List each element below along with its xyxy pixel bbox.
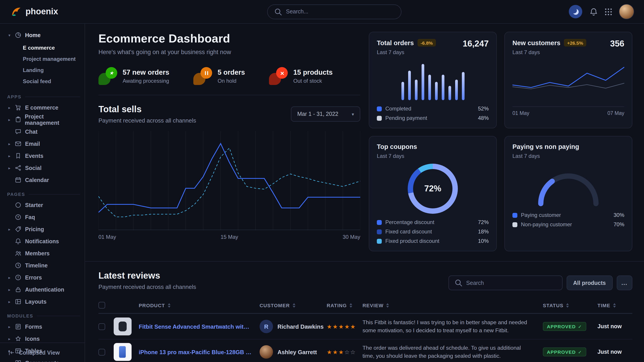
user-avatar[interactable] — [619, 4, 634, 19]
row-checkbox[interactable] — [98, 323, 105, 330]
reviews-controls: All products ... — [448, 276, 632, 290]
sort-icon — [613, 303, 616, 308]
coupons-legend: Percentage discount72%Fixed card discoun… — [377, 219, 489, 244]
sidebar-item-landing[interactable]: Landing — [5, 64, 80, 76]
search-icon — [274, 7, 282, 16]
phoenix-logo-icon — [10, 5, 22, 18]
global-search-input[interactable] — [286, 8, 395, 15]
sidebar-item-starter[interactable]: Starter — [5, 199, 80, 211]
all-products-button[interactable]: All products — [566, 276, 612, 290]
card-period: Last 7 days — [512, 49, 586, 55]
caret-right-icon: ▸ — [7, 142, 12, 146]
theme-toggle-button[interactable] — [569, 5, 582, 18]
main-content: Ecommerce Dashboard Here's what's going … — [85, 24, 644, 362]
brand-name: phoenix — [26, 7, 58, 16]
reviews-subtitle: Payment received across all channels — [98, 284, 196, 290]
column-header-product[interactable]: PRODUCT — [139, 303, 260, 308]
sidebar-item-forms[interactable]: ▸Forms — [5, 321, 80, 333]
x-axis-label: 15 May — [221, 234, 238, 240]
sidebar-item-errors[interactable]: ▸Errors — [5, 272, 80, 284]
sidebar-item-authentication[interactable]: ▸Authentication — [5, 284, 80, 296]
reviews-search[interactable] — [448, 276, 562, 290]
date-range-select[interactable]: Mar 1 - 31, 2022 ▾ — [291, 106, 360, 122]
coupons-donut-chart: 72% — [408, 164, 458, 214]
legend-item: Non-paying customer70% — [512, 221, 624, 228]
review-text: This Fitbit is fantastic! I was trying t… — [362, 318, 543, 335]
select-all-checkbox[interactable] — [98, 302, 105, 309]
trend-badge: -6.8% — [417, 39, 436, 46]
sidebar-item-project-management[interactable]: ▸Project management — [5, 114, 80, 126]
sidebar-section-label: PAGES — [7, 192, 80, 197]
sidebar-item-project-management[interactable]: Project management — [5, 53, 80, 64]
cart-icon — [15, 104, 22, 111]
customer-name: Ashley Garrett — [278, 349, 317, 355]
caret-right-icon: ▸ — [7, 117, 12, 122]
column-header-customer[interactable]: CUSTOMER — [260, 303, 327, 308]
table-row: iPhone 13 pro max-Pacific Blue-128GB sto… — [98, 339, 632, 362]
customer-name: Richard Dawkins — [278, 323, 324, 330]
sort-icon — [566, 303, 569, 308]
sidebar-item-timeline[interactable]: Timeline — [5, 259, 80, 272]
sidebar-item-events[interactable]: ▸Events — [5, 150, 80, 162]
reviews-table-head: PRODUCTCUSTOMERRATINGREVIEWSTATUSTIME — [98, 297, 632, 314]
legend-item: Paying customer30% — [512, 212, 624, 218]
legend-item: Completed52% — [377, 105, 489, 112]
sidebar-section-label: MODULES — [7, 314, 80, 318]
card-title: Top coupons — [377, 143, 417, 150]
reviews-search-input[interactable] — [466, 280, 556, 286]
sidebar-item-members[interactable]: Members — [5, 247, 80, 259]
product-link[interactable]: Fitbit Sense Advanced Smartwatch with To… — [139, 323, 260, 330]
status-badge: APPROVED ✓ — [543, 322, 586, 331]
notifications-bell-icon[interactable] — [590, 7, 598, 16]
legend-item: Fixed card discount18% — [377, 229, 489, 235]
chevron-down-icon: ▾ — [352, 112, 354, 116]
orders-legend: Completed52%Pending payment48% — [377, 105, 489, 121]
sidebar-item-calendar[interactable]: Calendar — [5, 174, 80, 186]
product-image[interactable] — [114, 318, 132, 335]
sidebar-item-email[interactable]: ▸Email — [5, 138, 80, 150]
column-header-status[interactable]: STATUS — [543, 303, 598, 308]
product-link[interactable]: iPhone 13 pro max-Pacific Blue-128GB sto… — [139, 349, 260, 355]
sidebar-item-notifications[interactable]: Notifications — [5, 235, 80, 247]
caret-right-icon: ▸ — [7, 166, 12, 170]
global-search[interactable] — [267, 4, 402, 19]
quick-stats: ★57 new ordersAwating processing5 orders… — [98, 67, 360, 95]
sidebar-item-e-commerce[interactable]: ▸E commerce — [5, 101, 80, 114]
paying-gauge-chart — [512, 165, 624, 208]
apps-grid-icon[interactable] — [605, 8, 612, 15]
row-checkbox[interactable] — [98, 349, 105, 355]
collapsed-view-toggle[interactable]: Collapsed View — [0, 343, 84, 362]
collapse-icon — [8, 349, 15, 356]
bell-icon — [15, 238, 22, 245]
rating-stars: ★★★★★ — [327, 323, 362, 330]
column-header-time[interactable]: TIME — [598, 303, 632, 308]
sidebar-item-faq[interactable]: ?Faq — [5, 211, 80, 223]
caret-right-icon: ▸ — [7, 154, 12, 158]
sidebar-item-home[interactable]: ▾Home — [5, 29, 80, 41]
column-header-rating[interactable]: RATING — [327, 303, 362, 308]
column-header-review[interactable]: REVIEW — [362, 303, 543, 308]
topbar: phoenix — [0, 0, 644, 24]
brand[interactable]: phoenix — [10, 5, 58, 18]
sidebar-item-layouts[interactable]: ▸Layouts — [5, 296, 80, 308]
sidebar-item-social-feed[interactable]: Social feed — [5, 76, 80, 87]
customer-avatar — [260, 345, 273, 359]
caret-down-icon: ▾ — [7, 33, 12, 37]
orders-bar-chart — [377, 59, 489, 100]
sidebar-item-pricing[interactable]: ▸Pricing — [5, 223, 80, 235]
clipboard-icon — [14, 116, 22, 123]
alert-icon — [15, 274, 22, 281]
reviews-title: Latest reviews — [98, 271, 196, 281]
lock-icon — [15, 286, 22, 293]
sidebar-item-chat[interactable]: Chat — [5, 126, 80, 138]
cross-badge-icon: × — [269, 67, 288, 85]
table-row: Fitbit Sense Advanced Smartwatch with To… — [98, 314, 632, 339]
sidebar-item-e-commerce[interactable]: E commerce — [5, 42, 80, 53]
dashboard-left-column: Ecommerce Dashboard Here's what's going … — [98, 32, 360, 251]
sidebar-item-social[interactable]: ▸Social — [5, 162, 80, 174]
date-range-value: Mar 1 - 31, 2022 — [298, 111, 338, 117]
product-image[interactable] — [114, 343, 132, 361]
reviews-table-body: Fitbit Sense Advanced Smartwatch with To… — [98, 314, 632, 362]
review-time: Just now — [598, 349, 632, 355]
more-options-button[interactable]: ... — [616, 276, 632, 290]
